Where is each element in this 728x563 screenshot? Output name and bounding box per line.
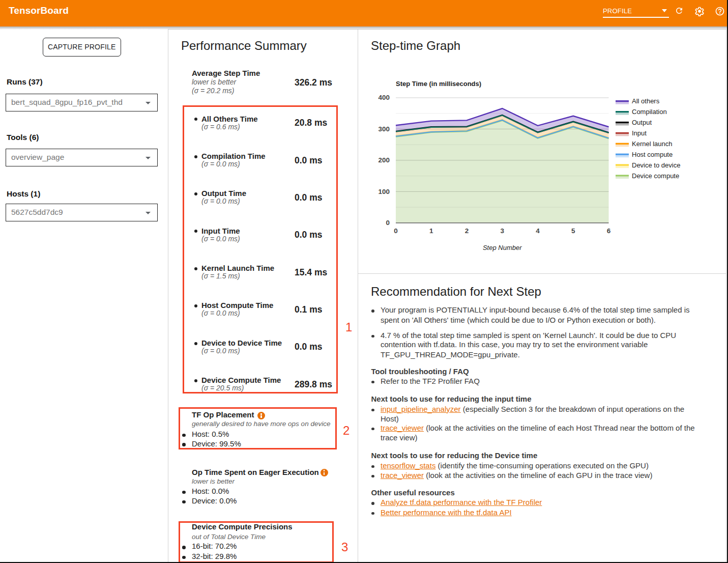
svg-text:0: 0	[386, 219, 390, 227]
svg-text:Device to device: Device to device	[632, 161, 680, 169]
svg-text:Output: Output	[632, 119, 652, 126]
svg-text:4: 4	[536, 227, 540, 235]
svg-text:5: 5	[571, 227, 575, 235]
svg-text:Step Time (in milliseconds): Step Time (in milliseconds)	[396, 80, 481, 88]
svg-text:0: 0	[394, 227, 398, 235]
svg-text:Compilation: Compilation	[632, 108, 667, 116]
svg-text:300: 300	[378, 125, 390, 133]
svg-text:400: 400	[378, 94, 390, 101]
svg-text:3: 3	[500, 227, 504, 235]
svg-text:200: 200	[378, 156, 390, 164]
svg-text:Kernel launch: Kernel launch	[632, 140, 673, 148]
svg-text:Step Number: Step Number	[483, 244, 522, 251]
svg-text:6: 6	[607, 227, 611, 235]
svg-text:100: 100	[378, 188, 390, 195]
svg-text:All others: All others	[632, 97, 660, 105]
svg-text:Input: Input	[632, 129, 647, 137]
svg-text:Device compute: Device compute	[632, 172, 679, 180]
svg-text:2: 2	[465, 227, 469, 235]
svg-text:1: 1	[429, 227, 433, 235]
svg-text:Host compute: Host compute	[632, 151, 673, 158]
